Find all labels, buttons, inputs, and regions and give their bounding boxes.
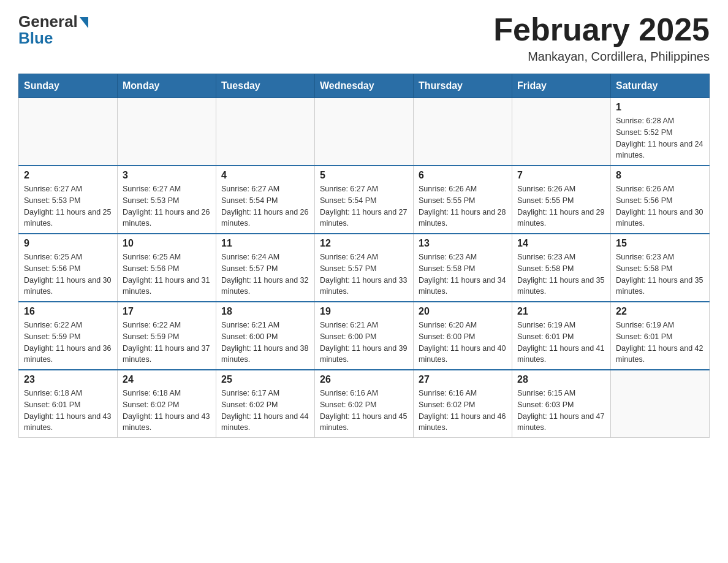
day-info: Sunrise: 6:24 AM Sunset: 5:57 PM Dayligh… — [221, 251, 309, 297]
calendar-day-cell: 27Sunrise: 6:16 AM Sunset: 6:02 PM Dayli… — [414, 370, 512, 438]
calendar-week-row: 2Sunrise: 6:27 AM Sunset: 5:53 PM Daylig… — [19, 166, 710, 234]
day-info: Sunrise: 6:16 AM Sunset: 6:02 PM Dayligh… — [419, 388, 507, 434]
calendar-day-cell: 18Sunrise: 6:21 AM Sunset: 6:00 PM Dayli… — [216, 302, 315, 370]
calendar-day-cell: 5Sunrise: 6:27 AM Sunset: 5:54 PM Daylig… — [315, 166, 414, 234]
calendar-weekday-header: Friday — [512, 74, 611, 98]
calendar-day-cell — [512, 98, 611, 166]
day-info: Sunrise: 6:23 AM Sunset: 5:58 PM Dayligh… — [517, 251, 605, 297]
calendar-day-cell: 17Sunrise: 6:22 AM Sunset: 5:59 PM Dayli… — [118, 302, 216, 370]
location-subtitle: Mankayan, Cordillera, Philippines — [493, 50, 710, 64]
day-number: 9 — [24, 238, 112, 249]
day-number: 2 — [24, 170, 112, 181]
calendar-day-cell: 22Sunrise: 6:19 AM Sunset: 6:01 PM Dayli… — [611, 302, 710, 370]
calendar-weekday-header: Monday — [118, 74, 216, 98]
day-info: Sunrise: 6:21 AM Sunset: 6:00 PM Dayligh… — [320, 320, 408, 366]
calendar-day-cell: 15Sunrise: 6:23 AM Sunset: 5:58 PM Dayli… — [611, 234, 710, 302]
calendar-week-row: 1Sunrise: 6:28 AM Sunset: 5:52 PM Daylig… — [19, 98, 710, 166]
calendar-weekday-header: Wednesday — [315, 74, 414, 98]
day-info: Sunrise: 6:25 AM Sunset: 5:56 PM Dayligh… — [24, 251, 112, 297]
calendar-day-cell: 10Sunrise: 6:25 AM Sunset: 5:56 PM Dayli… — [118, 234, 216, 302]
calendar-day-cell: 6Sunrise: 6:26 AM Sunset: 5:55 PM Daylig… — [414, 166, 512, 234]
day-info: Sunrise: 6:18 AM Sunset: 6:01 PM Dayligh… — [24, 388, 112, 434]
calendar-day-cell: 19Sunrise: 6:21 AM Sunset: 6:00 PM Dayli… — [315, 302, 414, 370]
calendar-week-row: 23Sunrise: 6:18 AM Sunset: 6:01 PM Dayli… — [19, 370, 710, 438]
calendar-day-cell: 13Sunrise: 6:23 AM Sunset: 5:58 PM Dayli… — [414, 234, 512, 302]
day-info: Sunrise: 6:27 AM Sunset: 5:54 PM Dayligh… — [320, 183, 408, 229]
calendar-day-cell — [118, 98, 216, 166]
day-number: 13 — [419, 238, 507, 249]
day-number: 27 — [419, 374, 507, 385]
calendar-table: SundayMondayTuesdayWednesdayThursdayFrid… — [18, 74, 710, 438]
day-number: 23 — [24, 374, 112, 385]
calendar-day-cell: 20Sunrise: 6:20 AM Sunset: 6:00 PM Dayli… — [414, 302, 512, 370]
calendar-week-row: 9Sunrise: 6:25 AM Sunset: 5:56 PM Daylig… — [19, 234, 710, 302]
calendar-day-cell: 11Sunrise: 6:24 AM Sunset: 5:57 PM Dayli… — [216, 234, 315, 302]
calendar-weekday-header: Tuesday — [216, 74, 315, 98]
day-number: 19 — [320, 306, 408, 317]
calendar-day-cell: 21Sunrise: 6:19 AM Sunset: 6:01 PM Dayli… — [512, 302, 611, 370]
day-info: Sunrise: 6:20 AM Sunset: 6:00 PM Dayligh… — [419, 320, 507, 366]
day-number: 7 — [517, 170, 605, 181]
calendar-day-cell: 24Sunrise: 6:18 AM Sunset: 6:02 PM Dayli… — [118, 370, 216, 438]
day-info: Sunrise: 6:22 AM Sunset: 5:59 PM Dayligh… — [123, 320, 211, 366]
day-info: Sunrise: 6:16 AM Sunset: 6:02 PM Dayligh… — [320, 388, 408, 434]
day-info: Sunrise: 6:26 AM Sunset: 5:56 PM Dayligh… — [616, 183, 704, 229]
calendar-weekday-header: Sunday — [19, 74, 118, 98]
day-info: Sunrise: 6:26 AM Sunset: 5:55 PM Dayligh… — [419, 183, 507, 229]
page-header: General Blue February 2025 Mankayan, Cor… — [18, 12, 710, 64]
day-number: 11 — [221, 238, 309, 249]
day-number: 20 — [419, 306, 507, 317]
day-info: Sunrise: 6:28 AM Sunset: 5:52 PM Dayligh… — [616, 115, 704, 161]
day-number: 6 — [419, 170, 507, 181]
day-info: Sunrise: 6:21 AM Sunset: 6:00 PM Dayligh… — [221, 320, 309, 366]
logo-arrow-icon — [80, 17, 88, 28]
calendar-day-cell: 23Sunrise: 6:18 AM Sunset: 6:01 PM Dayli… — [19, 370, 118, 438]
calendar-day-cell: 1Sunrise: 6:28 AM Sunset: 5:52 PM Daylig… — [611, 98, 710, 166]
calendar-day-cell — [19, 98, 118, 166]
calendar-day-cell — [216, 98, 315, 166]
day-info: Sunrise: 6:26 AM Sunset: 5:55 PM Dayligh… — [517, 183, 605, 229]
day-info: Sunrise: 6:25 AM Sunset: 5:56 PM Dayligh… — [123, 251, 211, 297]
day-number: 18 — [221, 306, 309, 317]
logo-blue-text: Blue — [18, 29, 53, 48]
day-number: 26 — [320, 374, 408, 385]
calendar-day-cell: 12Sunrise: 6:24 AM Sunset: 5:57 PM Dayli… — [315, 234, 414, 302]
calendar-day-cell: 3Sunrise: 6:27 AM Sunset: 5:53 PM Daylig… — [118, 166, 216, 234]
calendar-weekday-header: Thursday — [414, 74, 512, 98]
calendar-day-cell: 16Sunrise: 6:22 AM Sunset: 5:59 PM Dayli… — [19, 302, 118, 370]
day-info: Sunrise: 6:23 AM Sunset: 5:58 PM Dayligh… — [616, 251, 704, 297]
calendar-day-cell: 4Sunrise: 6:27 AM Sunset: 5:54 PM Daylig… — [216, 166, 315, 234]
logo: General Blue — [18, 12, 88, 48]
day-info: Sunrise: 6:19 AM Sunset: 6:01 PM Dayligh… — [517, 320, 605, 366]
day-info: Sunrise: 6:24 AM Sunset: 5:57 PM Dayligh… — [320, 251, 408, 297]
day-number: 16 — [24, 306, 112, 317]
day-number: 28 — [517, 374, 605, 385]
day-number: 17 — [123, 306, 211, 317]
day-number: 15 — [616, 238, 704, 249]
day-number: 1 — [616, 102, 704, 113]
calendar-day-cell — [414, 98, 512, 166]
day-info: Sunrise: 6:27 AM Sunset: 5:54 PM Dayligh… — [221, 183, 309, 229]
day-info: Sunrise: 6:15 AM Sunset: 6:03 PM Dayligh… — [517, 388, 605, 434]
day-info: Sunrise: 6:27 AM Sunset: 5:53 PM Dayligh… — [24, 183, 112, 229]
title-area: February 2025 Mankayan, Cordillera, Phil… — [493, 12, 710, 64]
day-number: 8 — [616, 170, 704, 181]
day-info: Sunrise: 6:27 AM Sunset: 5:53 PM Dayligh… — [123, 183, 211, 229]
day-info: Sunrise: 6:19 AM Sunset: 6:01 PM Dayligh… — [616, 320, 704, 366]
calendar-day-cell: 8Sunrise: 6:26 AM Sunset: 5:56 PM Daylig… — [611, 166, 710, 234]
calendar-day-cell: 7Sunrise: 6:26 AM Sunset: 5:55 PM Daylig… — [512, 166, 611, 234]
calendar-day-cell: 2Sunrise: 6:27 AM Sunset: 5:53 PM Daylig… — [19, 166, 118, 234]
calendar-day-cell: 25Sunrise: 6:17 AM Sunset: 6:02 PM Dayli… — [216, 370, 315, 438]
calendar-day-cell: 14Sunrise: 6:23 AM Sunset: 5:58 PM Dayli… — [512, 234, 611, 302]
day-info: Sunrise: 6:22 AM Sunset: 5:59 PM Dayligh… — [24, 320, 112, 366]
calendar-header-row: SundayMondayTuesdayWednesdayThursdayFrid… — [19, 74, 710, 98]
day-info: Sunrise: 6:17 AM Sunset: 6:02 PM Dayligh… — [221, 388, 309, 434]
day-number: 25 — [221, 374, 309, 385]
day-number: 12 — [320, 238, 408, 249]
calendar-day-cell: 26Sunrise: 6:16 AM Sunset: 6:02 PM Dayli… — [315, 370, 414, 438]
day-number: 4 — [221, 170, 309, 181]
day-number: 22 — [616, 306, 704, 317]
day-number: 10 — [123, 238, 211, 249]
day-number: 14 — [517, 238, 605, 249]
month-year-title: February 2025 — [493, 12, 710, 47]
